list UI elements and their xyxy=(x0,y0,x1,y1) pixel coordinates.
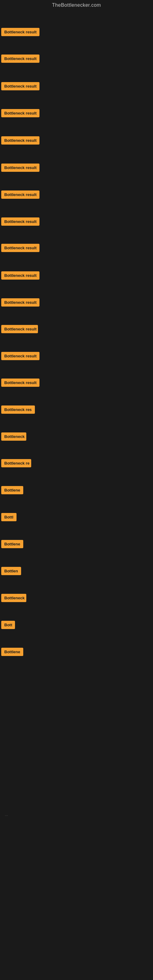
bottleneck-result-badge-10[interactable]: Bottleneck result xyxy=(1,271,40,280)
bottleneck-result-badge-1[interactable]: Bottleneck result xyxy=(1,28,40,36)
bottleneck-result-badge-20[interactable]: Bottlene xyxy=(1,540,23,548)
bottleneck-result-badge-4[interactable]: Bottleneck result xyxy=(1,109,40,117)
bottleneck-result-badge-17[interactable]: Bottleneck re xyxy=(1,459,31,467)
bottleneck-result-badge-21[interactable]: Bottlen xyxy=(1,567,21,575)
bottleneck-result-badge-7[interactable]: Bottleneck result xyxy=(1,191,40,199)
bottleneck-result-badge-5[interactable]: Bottleneck result xyxy=(1,136,40,145)
bottleneck-result-badge-19[interactable]: Bottl xyxy=(1,513,16,521)
bottleneck-result-badge-11[interactable]: Bottleneck result xyxy=(1,298,40,307)
bottleneck-result-badge-6[interactable]: Bottleneck result xyxy=(1,164,40,172)
bottleneck-result-badge-3[interactable]: Bottleneck result xyxy=(1,82,40,90)
bottleneck-result-badge-23[interactable]: Bott xyxy=(1,621,15,629)
bottleneck-result-badge-18[interactable]: Bottlene xyxy=(1,486,23,494)
bottleneck-result-badge-15[interactable]: Bottleneck res xyxy=(1,406,35,414)
bottleneck-result-badge-2[interactable]: Bottleneck result xyxy=(1,54,40,63)
bottleneck-result-badge-14[interactable]: Bottleneck result xyxy=(1,379,40,387)
bottleneck-result-badge-22[interactable]: Bottleneck xyxy=(1,594,26,602)
bottleneck-result-badge-16[interactable]: Bottleneck xyxy=(1,433,26,441)
dots-indicator: ... xyxy=(2,811,10,818)
bottleneck-result-badge-12[interactable]: Bottleneck result xyxy=(1,325,38,333)
bottleneck-result-badge-9[interactable]: Bottleneck result xyxy=(1,244,40,252)
site-title: TheBottlenecker.com xyxy=(0,0,153,10)
bottleneck-result-badge-8[interactable]: Bottleneck result xyxy=(1,218,40,226)
bottleneck-result-badge-24[interactable]: Bottlene xyxy=(1,648,23,656)
bottleneck-result-badge-13[interactable]: Bottleneck result xyxy=(1,352,40,360)
